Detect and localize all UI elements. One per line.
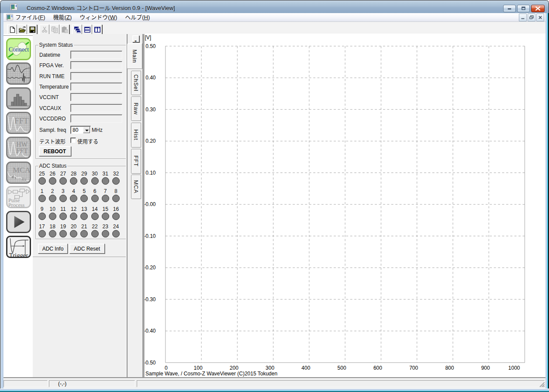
hw-fft-icon: HWFFT [6,137,31,159]
cut-button[interactable] [39,24,49,34]
adc-channel-status-led [38,213,46,220]
field-value-2[interactable] [70,72,122,80]
mdi-restore-button[interactable] [528,14,535,21]
mdi-minimize-icon [519,14,526,21]
tile-vertical-button[interactable] [92,24,102,34]
save-button[interactable] [27,24,37,34]
resize-grip[interactable] [539,382,545,387]
adc-channel-number: 10 [48,206,57,212]
y-tick-label: -0.20 [145,265,156,271]
field-value-1[interactable] [70,61,122,69]
sampling-freq-select[interactable]: 80 [70,126,91,134]
adc-channel-number: 12 [69,206,78,212]
x-tick-label: 300 [266,365,274,371]
adc-channel-number: 31 [101,171,110,177]
sidebar-fft-button[interactable]: FFT [6,112,31,134]
field-value-5[interactable] [70,104,122,112]
field-value-6[interactable] [70,114,122,123]
trigger-icon: Trigger [6,236,31,258]
adc-channel-status-led [91,213,99,220]
tab-label: MCA [133,180,139,194]
menu-item-z[interactable]: 機能(Z) [49,13,76,22]
copy-button[interactable] [49,24,59,34]
adc-channel-status-led [38,230,46,237]
minimize-button[interactable] [503,5,516,12]
field-label-1: FPGA Ver. [39,62,64,69]
menu-mnemonic: H [144,14,148,21]
tab-fft[interactable]: FFT [131,149,142,174]
sidebar-mca-button[interactable]: MCA [6,162,31,184]
maximize-button[interactable] [517,5,530,12]
y-tick-label: 0.30 [145,107,156,113]
adc-channel-number: 29 [80,171,89,177]
y-tick-label: -0.10 [145,233,156,239]
tab-mca[interactable]: MCA [131,175,142,199]
tab-raw[interactable]: Raw [131,96,142,121]
adc-channel-status-led [70,177,77,185]
field-value-0[interactable] [70,51,122,59]
adc-info-button[interactable]: ADC Info [38,244,68,254]
adc-channel-number: 32 [111,171,120,177]
adc-channel-status-led [70,230,77,237]
adc-channel-number: 20 [69,224,78,230]
adc-channel-status-led [70,213,77,220]
tile-horizontal-button[interactable] [82,24,92,34]
sidebar-connect-button[interactable]: Connect [6,38,31,60]
chart-splitter[interactable] [142,34,145,378]
title-bar[interactable]: Cosmo-Z Windows コントロール Version 0.9 - [Wa… [0,0,549,13]
mdi-minimize-button[interactable] [519,14,527,21]
window-border-right [546,13,549,389]
combo-dropdown-icon[interactable] [83,127,90,133]
field-value-4[interactable] [70,93,122,101]
x-tick-label: 900 [481,365,490,371]
close-button[interactable] [531,5,545,12]
adc-channel-number: 2 [48,188,57,194]
menu-mnemonic: F [40,14,43,21]
adc-channel-status-led [49,195,56,202]
open-button[interactable] [17,24,27,34]
sidebar-trigger-button[interactable]: Trigger [6,236,31,258]
panel-collapse-button[interactable]: - [132,35,139,43]
sidebar-hw-fft-button[interactable]: HWFFT [6,137,31,159]
adc-channel-status-led [59,213,67,220]
tab-hist[interactable]: Hist [131,123,142,148]
tab-main[interactable]: Main [127,43,142,69]
sidebar-pulse-process-button[interactable]: PulseProcess [6,186,31,208]
mdi-close-button[interactable] [536,14,544,21]
maximize-icon [518,5,529,12]
field-value-3[interactable] [70,83,122,91]
mdi-restore-icon [528,14,535,21]
adc-channel-number: 19 [59,224,67,230]
menu-item-f[interactable]: ファイル(F) [11,13,49,22]
new-button[interactable] [7,24,17,34]
app-icon [10,3,17,10]
adc-channel-status-led [38,177,46,185]
adc-channel-number: 26 [48,171,57,177]
pulse-process-icon: PulseProcess [6,186,31,208]
tab-chsel[interactable]: ChSel [131,71,142,95]
adc-channel-number: 28 [69,171,78,177]
x-tick-label: 0 [165,365,168,371]
adc-channel-number: 25 [38,171,46,177]
adc-channel-status-led [59,177,67,185]
sidebar-waveform-button[interactable] [6,62,31,85]
adc-reset-button[interactable]: ADC Reset [69,244,105,254]
menu-item-h[interactable]: ヘルプ(H) [121,13,154,22]
cascade-windows-button[interactable] [72,24,82,34]
sidebar-histogram-button[interactable] [6,87,31,110]
cursor-coordinates: (-,-) [58,381,66,387]
fft-icon: FFT [6,112,31,134]
adc-channel-number: 17 [38,224,46,230]
save-icon [29,26,36,33]
field-label-0: Datetime [39,52,60,58]
adc-channel-number: 27 [59,171,67,177]
menu-mnemonic: W [110,14,115,21]
reboot-button[interactable]: REBOOT [39,146,71,156]
test-wave-checkbox[interactable] [70,138,76,143]
tab-label: Raw [133,103,139,115]
menu-item-w[interactable]: ウィンドウ(W) [76,13,121,22]
paste-button[interactable] [59,24,69,34]
adc-channel-status-led [91,195,99,202]
sidebar-play-button[interactable] [6,211,31,233]
svg-text:FFT: FFT [14,117,29,126]
